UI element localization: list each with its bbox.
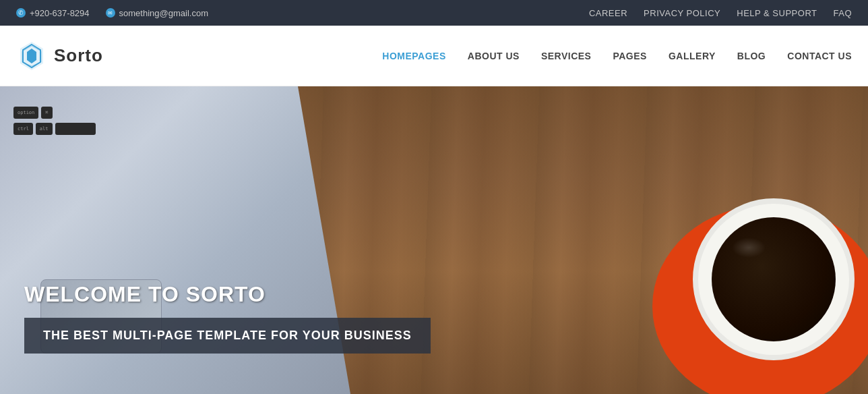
coffee-shine — [732, 237, 766, 258]
key-cmd: ⌘ — [41, 107, 52, 119]
nav-link-contact-us[interactable]: CONTACT US — [787, 51, 852, 61]
coffee-cup-inner — [712, 217, 836, 341]
nav-link-about-us[interactable]: ABOUT US — [468, 51, 520, 61]
key-ctrl: ctrl — [13, 123, 33, 135]
phone-icon: ✆ — [16, 8, 26, 18]
hero-coffee-cup — [632, 117, 868, 394]
laptop-keyboard: option ⌘ ctrl alt — [13, 107, 148, 228]
key-space — [55, 123, 96, 135]
topbar-link-help[interactable]: HELP & SUPPORT — [737, 8, 817, 18]
email-item: ✉ something@gmail.com — [106, 8, 208, 18]
hero-title: WELCOME TO SORTO — [24, 282, 431, 307]
hero-section: option ⌘ ctrl alt WELCOME TO SORTO THE B… — [0, 86, 868, 394]
hero-subtitle-box: THE BEST MULTI-PAGE TEMPLATE FOR YOUR BU… — [24, 318, 431, 354]
topbar-link-career[interactable]: CAREER — [589, 8, 627, 18]
topbar-link-privacy[interactable]: PRIVACY POLICY — [644, 8, 720, 18]
top-bar-left: ✆ +920-637-8294 ✉ something@gmail.com — [16, 8, 589, 18]
hero-content: WELCOME TO SORTO THE BEST MULTI-PAGE TEM… — [0, 282, 431, 354]
nav-links: HOMEPAGES ABOUT US SERVICES PAGES GALLER… — [382, 51, 852, 61]
main-nav: Sorto HOMEPAGES ABOUT US SERVICES PAGES … — [0, 26, 868, 86]
email-icon: ✉ — [106, 8, 115, 18]
nav-link-pages[interactable]: PAGES — [613, 51, 646, 61]
phone-item: ✆ +920-637-8294 — [16, 8, 90, 18]
top-bar: ✆ +920-637-8294 ✉ something@gmail.com CA… — [0, 0, 868, 26]
nav-link-blog[interactable]: BLOG — [737, 51, 766, 61]
logo-icon — [16, 40, 47, 72]
nav-link-services[interactable]: SERVICES — [541, 51, 592, 61]
logo[interactable]: Sorto — [16, 40, 124, 72]
nav-link-homepages[interactable]: HOMEPAGES — [382, 51, 445, 61]
key-alt: alt — [36, 123, 53, 135]
key-option: option — [13, 107, 38, 119]
hero-subtitle: THE BEST MULTI-PAGE TEMPLATE FOR YOUR BU… — [43, 329, 412, 342]
phone-number: +920-637-8294 — [30, 8, 90, 18]
topbar-link-faq[interactable]: FAQ — [833, 8, 852, 18]
nav-link-gallery[interactable]: GALLERY — [669, 51, 716, 61]
coffee-cup-outer — [693, 198, 855, 360]
top-bar-right: CAREER PRIVACY POLICY HELP & SUPPORT FAQ — [589, 8, 852, 18]
logo-text: Sorto — [54, 45, 103, 66]
email-address: something@gmail.com — [119, 8, 208, 18]
